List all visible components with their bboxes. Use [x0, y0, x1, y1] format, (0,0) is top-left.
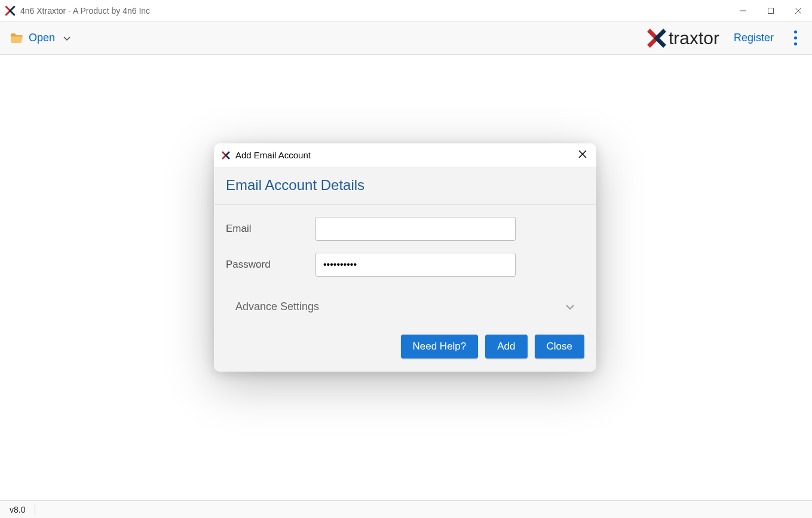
- dialog-icon: [221, 151, 231, 160]
- close-button[interactable]: Close: [535, 335, 584, 358]
- window-titlebar: 4n6 Xtraxtor - A Product by 4n6 Inc: [0, 0, 812, 22]
- window-controls: [730, 0, 812, 21]
- kebab-dot-icon: [794, 30, 797, 33]
- register-link[interactable]: Register: [734, 32, 774, 44]
- toolbar: Open traxtor Register: [0, 22, 812, 55]
- add-email-dialog: Add Email Account Email Account Details …: [214, 143, 596, 372]
- main-area: Add Email Account Email Account Details …: [0, 55, 812, 500]
- password-input[interactable]: [315, 253, 516, 277]
- brand-logo-icon: [646, 27, 667, 49]
- kebab-dot-icon: [794, 42, 797, 45]
- svg-rect-1: [768, 8, 774, 13]
- dialog-titlebar: Add Email Account: [214, 143, 596, 167]
- brand-logo: traxtor: [646, 27, 719, 49]
- brand-logo-text: traxtor: [669, 28, 719, 48]
- folder-icon: [10, 31, 24, 45]
- close-window-button[interactable]: [785, 0, 812, 21]
- dialog-title: Add Email Account: [235, 150, 576, 160]
- dialog-heading: Email Account Details: [226, 177, 584, 194]
- minimize-button[interactable]: [730, 0, 757, 21]
- dialog-actions: Need Help? Add Close: [226, 321, 584, 358]
- dialog-close-button[interactable]: [576, 148, 589, 163]
- dialog-header: Email Account Details: [214, 167, 596, 205]
- open-menu-button[interactable]: Open: [10, 31, 71, 45]
- chevron-down-icon: [565, 302, 575, 312]
- dialog-body: Email Password Advance Settings Need Hel…: [214, 205, 596, 372]
- more-menu-button[interactable]: [788, 26, 802, 50]
- maximize-button[interactable]: [757, 0, 785, 21]
- dropdown-caret-icon: [63, 33, 71, 44]
- need-help-button[interactable]: Need Help?: [401, 335, 479, 358]
- kebab-dot-icon: [794, 36, 797, 39]
- advance-settings-label: Advance Settings: [235, 301, 565, 313]
- password-row: Password: [226, 253, 584, 277]
- email-input[interactable]: [315, 217, 516, 241]
- app-icon: [5, 5, 16, 16]
- add-button[interactable]: Add: [485, 335, 527, 358]
- advance-settings-toggle[interactable]: Advance Settings: [226, 289, 584, 321]
- open-label: Open: [29, 32, 55, 44]
- email-row: Email: [226, 217, 584, 241]
- version-label: v8.0: [10, 504, 35, 515]
- password-label: Password: [226, 259, 315, 271]
- window-title: 4n6 Xtraxtor - A Product by 4n6 Inc: [20, 6, 730, 16]
- email-label: Email: [226, 223, 315, 235]
- status-bar: v8.0: [0, 500, 812, 518]
